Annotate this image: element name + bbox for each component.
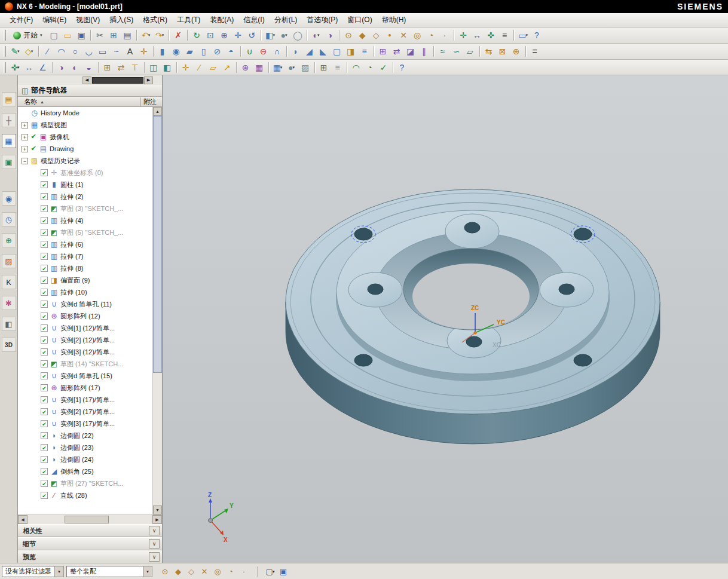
system-materials[interactable]: ▨ (2, 254, 16, 268)
rectangle-selection[interactable]: ▢ ▾ (264, 565, 277, 578)
tree-row[interactable]: ◷ History Mode (18, 107, 152, 119)
separator[interactable] (371, 45, 376, 59)
tree-expander[interactable] (32, 397, 39, 403)
tree-row[interactable]: ∪ 实例[1] (12)/简单... (18, 322, 152, 334)
tree-expander[interactable]: − (22, 158, 28, 164)
tree-checkbox[interactable] (41, 360, 48, 367)
tree-row[interactable]: ⊛ 圆形阵列 (12) (18, 310, 152, 322)
tree-expander[interactable] (22, 110, 28, 117)
immediate-hide[interactable]: ◒ (82, 60, 96, 74)
pattern-feature[interactable]: ⊞ (376, 45, 390, 59)
add-component[interactable]: ⊞ (100, 60, 114, 74)
thread[interactable]: ≡ (357, 45, 371, 59)
tree-row[interactable]: + ▣ 摄像机 (18, 131, 152, 143)
tree-row[interactable]: ∪ 实例[2] (17)/简单... (18, 406, 152, 418)
snap-intersection[interactable]: ✕ (198, 565, 211, 578)
web-browser[interactable]: ⊕ (2, 233, 16, 247)
chevron-down-icon[interactable]: ∨ (149, 552, 160, 562)
tree-row[interactable]: ✛ 基准坐标系 (0) (18, 167, 152, 179)
tree-checkbox[interactable] (41, 241, 48, 248)
tree-checkbox[interactable] (41, 348, 48, 356)
menu-item[interactable]: 分析(L) (270, 13, 302, 27)
separator[interactable] (238, 45, 243, 59)
separator[interactable] (250, 565, 264, 578)
menu-item[interactable]: 插入(S) (105, 13, 138, 27)
trim-body[interactable]: ◪ (403, 45, 417, 59)
resize-face[interactable]: ⊕ (509, 45, 523, 59)
separator[interactable] (167, 29, 172, 42)
paste[interactable]: ▤ (121, 29, 134, 42)
pattern-face[interactable]: ▦ (252, 60, 266, 74)
tree-checkbox[interactable] (41, 301, 48, 308)
scroll-track[interactable] (153, 116, 162, 506)
tree-checkbox[interactable] (41, 265, 48, 272)
show-hide[interactable]: ◐ ▾ (310, 29, 323, 42)
open-file[interactable]: ▭ (61, 29, 75, 42)
tree-expander[interactable] (32, 480, 39, 487)
point-dialog[interactable]: ✛ (457, 29, 470, 42)
tree-expander[interactable] (32, 289, 39, 296)
tree-row[interactable]: ▥ 拉伸 (4) (18, 215, 152, 226)
toolbar-grip[interactable] (4, 30, 6, 41)
tree-checkbox[interactable] (41, 181, 48, 188)
reuse-library[interactable]: ▣ (2, 155, 16, 169)
datum-plane[interactable]: ◇ ▾ (22, 45, 36, 59)
tree-expander[interactable] (32, 349, 39, 356)
revolve[interactable]: ◉ (169, 45, 183, 59)
tree-expander[interactable] (32, 385, 39, 391)
mirror-feature[interactable]: ⇄ (390, 45, 403, 59)
draft[interactable]: ◣ (316, 45, 330, 59)
tree-expander[interactable] (32, 277, 39, 284)
tree-row[interactable]: ◢ 倒斜角 (25) (18, 465, 152, 477)
tree-expander[interactable] (32, 457, 39, 463)
tree-expander[interactable] (32, 217, 39, 224)
navigator-panel[interactable]: 细节 ∨ (18, 537, 162, 550)
tree-row[interactable]: ◗ 边倒圆 (22) (18, 430, 152, 442)
hd3d-tool[interactable]: ◉ (2, 191, 16, 206)
menu-item[interactable]: 格式(R) (138, 13, 172, 27)
tree-row[interactable]: ∪ 实例d 简单孔 (15) (18, 370, 152, 382)
tree-checkbox[interactable] (41, 313, 48, 320)
tree-checkbox[interactable] (41, 289, 48, 296)
separator[interactable] (523, 45, 528, 59)
tree-checkbox[interactable] (41, 468, 48, 475)
layer-visible-in-view[interactable]: ≡ (331, 60, 344, 74)
move-face[interactable]: ⇆ (482, 45, 495, 59)
tree-expander[interactable] (32, 301, 39, 308)
tree-checkbox[interactable] (41, 456, 48, 463)
tree-expander[interactable] (32, 445, 39, 451)
studio-spline[interactable]: ~ (109, 45, 123, 59)
tree-row[interactable]: ▥ 拉伸 (2) (18, 191, 152, 203)
cut[interactable]: ✂ (93, 29, 107, 42)
tree-expander[interactable] (32, 468, 39, 475)
instance-geometry[interactable]: ⊛ (238, 60, 252, 74)
snap-end-point[interactable]: ◆ (356, 29, 369, 42)
scroll-up-button[interactable]: ▲ (153, 107, 162, 116)
scroll-thumb[interactable] (65, 516, 109, 523)
snap-existing-point[interactable]: ∙ (237, 565, 250, 578)
tree-expander[interactable] (32, 337, 39, 344)
fillet-curve[interactable]: ◡ (82, 45, 96, 59)
sketch[interactable]: ✎ ▾ (8, 45, 22, 59)
fit-view[interactable]: ⊡ (204, 29, 218, 42)
tree-checkbox[interactable] (41, 444, 48, 451)
scroll-right-button[interactable]: ▶ (152, 515, 162, 524)
tree-expander[interactable]: + (22, 134, 28, 140)
tree-row[interactable]: ◗ 边倒圆 (24) (18, 454, 152, 465)
menu-item[interactable]: 工具(T) (172, 13, 205, 27)
toolbar-grip[interactable] (4, 46, 6, 57)
circle[interactable]: ○ (68, 45, 82, 59)
pan-view[interactable]: ✛ (231, 29, 245, 42)
visualization-scene[interactable]: ◧ (2, 317, 16, 331)
selection-scope-dropdown[interactable]: 整个装配 ▾ (66, 566, 152, 577)
curve-analysis[interactable]: ◠ (349, 60, 363, 74)
separator[interactable] (151, 45, 155, 59)
vertical-scrollbar[interactable]: ▲ ▼ (152, 107, 162, 514)
tree-row[interactable]: ∪ 实例[3] (12)/简单... (18, 346, 152, 358)
separator[interactable] (88, 29, 93, 42)
rectangle-curve[interactable]: ▭ (96, 45, 109, 59)
tree-checkbox[interactable] (41, 205, 48, 212)
tree-row[interactable]: ∪ 实例[2] (12)/简单... (18, 334, 152, 346)
slider-left-button[interactable]: ◀ (82, 76, 91, 84)
tree-row[interactable]: ∪ 实例[1] (17)/简单... (18, 394, 152, 406)
